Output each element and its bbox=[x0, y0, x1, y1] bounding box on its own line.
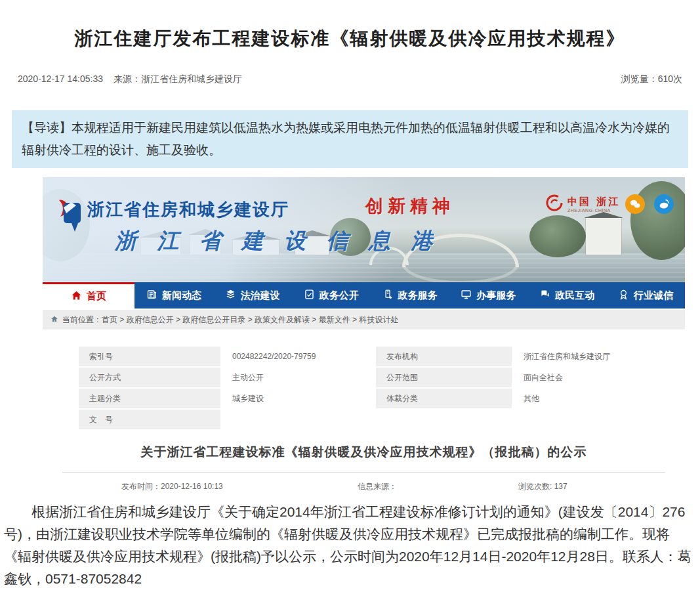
table-row: 主题分类 城乡建设 体裁分类 其他 bbox=[79, 389, 663, 408]
nav-item-integrity[interactable]: 行业诚信 bbox=[606, 282, 685, 309]
breadcrumb-text: 当前位置：首页 > 政府信息公开 > 政府信息公开目录 > 政策文件及解读 > … bbox=[62, 314, 398, 326]
slogan-text: 创新精神 bbox=[365, 194, 455, 218]
genre-category-label: 体裁分类 bbox=[376, 389, 512, 408]
notice-source: 信息来源： bbox=[358, 481, 397, 492]
view-count: 浏览量：610次 bbox=[621, 74, 682, 85]
table-row: 文 号 bbox=[79, 410, 663, 429]
site-name: 浙 江 省 建 设 信 息 港 bbox=[115, 226, 439, 256]
zhejiang-emblem: 中国 浙江 ZHEJIANG-CHINA bbox=[545, 193, 620, 215]
divider bbox=[62, 472, 665, 473]
notice-title: 关于浙江省工程建设标准《辐射供暖及供冷应用技术规程》（报批稿）的公示 bbox=[43, 444, 685, 461]
topic-category-label: 主题分类 bbox=[79, 389, 220, 408]
table-row: 公开方式 主动公开 公开范围 面向全社会 bbox=[79, 368, 663, 387]
disclosure-method-label: 公开方式 bbox=[79, 368, 220, 387]
doc-number-label: 文 号 bbox=[79, 410, 220, 429]
layers-icon bbox=[225, 289, 236, 302]
notice-view-count: 浏览次数: 137 bbox=[518, 481, 567, 492]
disclosure-method-value: 主动公开 bbox=[222, 368, 375, 387]
disclosure-scope-label: 公开范围 bbox=[376, 368, 512, 387]
info-table: 索引号 002482242/2020-79759 发布机构 浙江省住房和城乡建设… bbox=[77, 345, 664, 431]
article-page: 浙江住建厅发布工程建设标准《辐射供暖及供冷应用技术规程》 2020-12-17 … bbox=[0, 0, 700, 596]
doc-number-value bbox=[222, 410, 663, 429]
nav-item-service-hall[interactable]: 办事服务 bbox=[449, 282, 527, 309]
zhejiang-emblem-icon bbox=[545, 193, 564, 215]
disclosure-scope-value: 面向全社会 bbox=[513, 368, 663, 387]
dept-logo-icon bbox=[53, 198, 82, 236]
notice-meta: 发布时间：2020-12-16 10:13 信息来源： 浏览次数: 137 bbox=[43, 481, 685, 492]
article-meta: 2020-12-17 14:05:33 来源：浙江省住房和城乡建设厅 浏览量：6… bbox=[18, 74, 682, 87]
breadcrumb[interactable]: 当前位置：首页 > 政府信息公开 > 政府信息公开目录 > 政策文件及解读 > … bbox=[43, 310, 685, 330]
weibo-icon[interactable] bbox=[654, 194, 674, 214]
nav-item-home[interactable]: 首页 bbox=[43, 282, 134, 309]
index-number-label: 索引号 bbox=[79, 347, 220, 366]
page-title: 浙江住建厅发布工程建设标准《辐射供暖及供冷应用技术规程》 bbox=[0, 26, 700, 51]
home-icon bbox=[71, 290, 82, 303]
notice-publish-time: 发布时间：2020-12-16 10:13 bbox=[121, 481, 223, 492]
embedded-screenshot: 浙江省住房和城乡建设厅 浙 江 省 建 设 信 息 港 创新精神 中国 浙江 Z… bbox=[43, 177, 685, 500]
nav-item-interaction[interactable]: 政民互动 bbox=[527, 282, 606, 309]
nav-item-gov-disclosure[interactable]: 政务公开 bbox=[292, 282, 371, 309]
lead-box: 【导读】本规程适用于新建民用建筑以低温热水为热媒或采用电热元件加热的低温辐射供暖… bbox=[12, 110, 688, 168]
index-number-value: 002482242/2020-79759 bbox=[222, 347, 375, 366]
location-home-icon bbox=[51, 315, 58, 325]
chat-icon bbox=[539, 289, 550, 302]
main-nav: 首页 新闻动态 法治建设 政务公开 政务服务 办事服务 bbox=[43, 282, 685, 309]
nav-item-rule-of-law[interactable]: 法治建设 bbox=[213, 282, 292, 309]
region-name-cn: 中国 浙江 bbox=[567, 196, 620, 208]
issuing-org-label: 发布机构 bbox=[376, 347, 512, 366]
site-banner: 浙江省住房和城乡建设厅 浙 江 省 建 设 信 息 港 创新精神 中国 浙江 Z… bbox=[43, 177, 685, 282]
topic-category-value: 城乡建设 bbox=[222, 389, 375, 408]
table-row: 索引号 002482242/2020-79759 发布机构 浙江省住房和城乡建设… bbox=[79, 347, 663, 366]
issuing-org-value: 浙江省住房和城乡建设厅 bbox=[513, 347, 663, 366]
monitor-icon bbox=[461, 289, 472, 302]
kiosk-icon bbox=[382, 289, 394, 302]
genre-category-value: 其他 bbox=[513, 389, 663, 408]
publish-datetime: 2020-12-17 14:05:33 bbox=[18, 74, 103, 84]
region-name-en: ZHEJIANG-CHINA bbox=[567, 208, 620, 213]
doc-check-icon bbox=[304, 289, 315, 302]
news-icon bbox=[146, 289, 157, 302]
article-source: 来源：浙江省住房和城乡建设厅 bbox=[113, 74, 242, 84]
badge-icon bbox=[618, 289, 629, 302]
wechat-icon[interactable] bbox=[625, 194, 645, 214]
nav-item-gov-services[interactable]: 政务服务 bbox=[371, 282, 449, 309]
nav-item-news[interactable]: 新闻动态 bbox=[134, 282, 213, 309]
article-body: 根据浙江省住房和城乡建设厅《关于确定2014年浙江省工程建设标准修订计划的通知》… bbox=[4, 501, 695, 590]
